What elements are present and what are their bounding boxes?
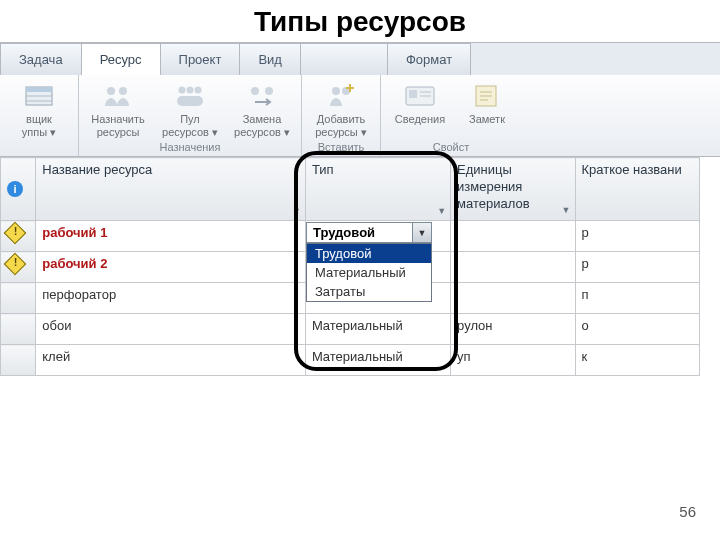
svg-point-8 — [195, 87, 202, 94]
combo-input[interactable]: Трудовой ▼ — [306, 222, 432, 243]
name-cell[interactable]: рабочий 2 — [36, 252, 306, 283]
svg-point-11 — [265, 87, 273, 95]
header-type[interactable]: Тип▼ — [305, 158, 450, 221]
group-insert: Добавить ресурсы ▾ Вставить — [302, 75, 381, 156]
replace-resources-button[interactable]: Замена ресурсов ▾ — [229, 79, 295, 139]
replace-l2: ресурсов ▾ — [234, 126, 290, 139]
type-cell[interactable]: Материальный — [305, 314, 450, 345]
indicator-cell — [1, 314, 36, 345]
short-cell[interactable]: р — [575, 252, 699, 283]
header-units[interactable]: Единицы измерения материалов▼ — [451, 158, 575, 221]
svg-point-5 — [119, 87, 127, 95]
add-l1: Добавить — [317, 113, 366, 126]
team-planner-l2: уппы ▾ — [22, 126, 56, 139]
notes-label: Заметк — [469, 113, 505, 126]
units-cell[interactable]: уп — [451, 345, 575, 376]
combo-option[interactable]: Затраты — [307, 282, 431, 301]
header-short[interactable]: Краткое названи — [575, 158, 699, 221]
dropdown-icon[interactable]: ▼ — [292, 206, 301, 216]
table-row[interactable]: обоиМатериальныйрулоно — [1, 314, 700, 345]
people-add-icon — [324, 81, 358, 111]
ribbon-tabs: Задача Ресурс Проект Вид Формат — [0, 43, 720, 75]
ribbon-body: вщик уппы ▾ Назначить ресурсы — [0, 75, 720, 156]
name-cell[interactable]: рабочий 1 — [36, 221, 306, 252]
header-row: i Название ресурса▼ Тип▼ Единицы измерен… — [1, 158, 700, 221]
tab-project[interactable]: Проект — [160, 43, 241, 75]
name-cell[interactable]: перфоратор — [36, 283, 306, 314]
short-cell[interactable]: п — [575, 283, 699, 314]
add-resources-button[interactable]: Добавить ресурсы ▾ — [308, 79, 374, 139]
pool-l2: ресурсов ▾ — [162, 126, 218, 139]
group-partial-left: вщик уппы ▾ — [0, 75, 79, 156]
group-label-props: Свойст — [433, 139, 469, 154]
combo-dropdown-button[interactable]: ▼ — [412, 223, 431, 242]
group-properties: Сведения Заметк Свойст — [381, 75, 521, 156]
people-icon — [101, 81, 135, 111]
page-number: 56 — [679, 503, 696, 520]
indicator-cell — [1, 283, 36, 314]
combo-option[interactable]: Трудовой — [307, 244, 431, 263]
tab-task[interactable]: Задача — [0, 43, 82, 75]
slide-title: Типы ресурсов — [0, 0, 720, 42]
warning-icon — [4, 222, 27, 245]
warning-icon — [4, 253, 27, 276]
combo-value: Трудовой — [307, 223, 412, 242]
team-planner-l1: вщик — [26, 113, 52, 126]
card-icon — [403, 81, 437, 111]
indicator-cell — [1, 252, 36, 283]
units-cell[interactable] — [451, 221, 575, 252]
resource-notes-button[interactable]: Заметк — [459, 79, 515, 139]
group-label-assign: Назначения — [160, 139, 221, 154]
svg-point-10 — [251, 87, 259, 95]
units-cell[interactable]: рулон — [451, 314, 575, 345]
group-label-empty1 — [37, 139, 40, 154]
resource-info-button[interactable]: Сведения — [387, 79, 453, 139]
group-label-insert: Вставить — [318, 139, 365, 154]
team-planner-icon — [22, 81, 56, 111]
header-indicator[interactable]: i — [1, 158, 36, 221]
resource-pool-button[interactable]: Пул ресурсов ▾ — [157, 79, 223, 139]
add-l2: ресурсы ▾ — [315, 126, 367, 139]
replace-l1: Замена — [243, 113, 282, 126]
resource-grid-wrap: i Название ресурса▼ Тип▼ Единицы измерен… — [0, 157, 720, 376]
units-cell[interactable] — [451, 283, 575, 314]
svg-point-12 — [332, 87, 340, 95]
short-cell[interactable]: р — [575, 221, 699, 252]
name-cell[interactable]: клей — [36, 345, 306, 376]
header-name[interactable]: Название ресурса▼ — [36, 158, 306, 221]
note-icon — [470, 81, 504, 111]
type-combobox[interactable]: Трудовой ▼ Трудовой Материальный Затраты — [306, 222, 432, 302]
tab-spacer — [300, 43, 388, 75]
assign-l1: Назначить — [91, 113, 145, 126]
pool-l1: Пул — [180, 113, 200, 126]
dropdown-icon[interactable]: ▼ — [437, 206, 446, 216]
table-row[interactable]: клейМатериальныйупк — [1, 345, 700, 376]
assign-resources-button[interactable]: Назначить ресурсы — [85, 79, 151, 139]
tab-resource[interactable]: Ресурс — [81, 43, 161, 75]
info-label: Сведения — [395, 113, 445, 126]
name-cell[interactable]: обои — [36, 314, 306, 345]
combo-list: Трудовой Материальный Затраты — [306, 243, 432, 302]
team-planner-button[interactable]: вщик уппы ▾ — [6, 79, 72, 139]
type-cell[interactable]: Материальный — [305, 345, 450, 376]
group-assignments: Назначить ресурсы Пул ресурсов ▾ Замена … — [79, 75, 302, 156]
svg-rect-15 — [409, 90, 417, 98]
indicator-cell — [1, 221, 36, 252]
dropdown-icon[interactable]: ▼ — [562, 205, 571, 217]
people-group-icon — [173, 81, 207, 111]
info-icon: i — [7, 181, 23, 197]
short-cell[interactable]: о — [575, 314, 699, 345]
svg-point-6 — [179, 87, 186, 94]
tab-format[interactable]: Формат — [387, 43, 471, 75]
assign-l2: ресурсы — [97, 126, 140, 139]
units-cell[interactable] — [451, 252, 575, 283]
svg-point-4 — [107, 87, 115, 95]
svg-rect-9 — [177, 96, 203, 106]
combo-option[interactable]: Материальный — [307, 263, 431, 282]
indicator-cell — [1, 345, 36, 376]
svg-rect-1 — [26, 87, 52, 92]
short-cell[interactable]: к — [575, 345, 699, 376]
swap-people-icon — [245, 81, 279, 111]
ribbon: Задача Ресурс Проект Вид Формат вщик упп… — [0, 42, 720, 157]
tab-view[interactable]: Вид — [239, 43, 301, 75]
